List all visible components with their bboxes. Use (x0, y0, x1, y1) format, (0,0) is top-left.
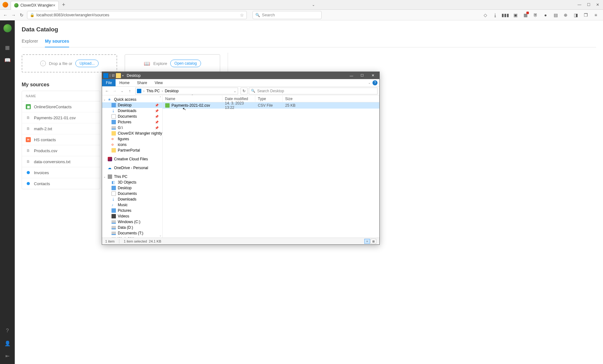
url-input[interactable]: 🔒 localhost:8083/clover/wrangler#/source… (27, 11, 247, 19)
ribbon-collapse-icon[interactable]: ⌄ (368, 81, 371, 84)
back-button[interactable]: ← (3, 12, 8, 18)
tree-work-w[interactable]: Work (W:) (102, 236, 162, 238)
nav-up-button[interactable]: ↑ (127, 88, 133, 94)
pocket-icon[interactable]: ◇ (482, 12, 488, 18)
refresh-button[interactable]: ↻ (241, 88, 247, 94)
cloverdx-logo[interactable] (3, 24, 12, 32)
ribbon-tab-view[interactable]: View (151, 79, 166, 86)
upload-dropzone[interactable]: ↑ Drop a file or Upload... (22, 54, 117, 72)
view-thumbnails-button[interactable]: ▦ (371, 239, 376, 244)
tree-g-drive[interactable]: G:\📌 (102, 125, 162, 131)
tree-partner-portal[interactable]: PartnerPortal (102, 147, 162, 153)
tree-downloads[interactable]: ⭳Downloads📌 (102, 108, 162, 114)
tree-music[interactable]: ♪Music (102, 202, 162, 208)
source-row[interactable]: 🗎data-conversions.txt (22, 156, 100, 167)
source-row[interactable]: 🗎Payments-2021-01.csv (22, 112, 100, 123)
explorer-maximize-button[interactable]: ☐ (357, 72, 367, 79)
tree-videos[interactable]: Videos (102, 213, 162, 219)
view-details-button[interactable]: ≡ (364, 239, 370, 244)
reload-button[interactable]: ↻ (19, 12, 24, 18)
sidebar-icon[interactable]: ◨ (573, 12, 579, 18)
explorer-tree[interactable]: ⌃ ⌄★Quick access Desktop📌 ⭳Downloads📌 Do… (102, 95, 163, 238)
browser-tab[interactable]: CloverDX Wrangler × (11, 1, 59, 10)
extension2-icon[interactable]: ● (543, 12, 548, 18)
browser-search-input[interactable]: 🔍 Search (253, 11, 322, 19)
sidebar-logout-icon[interactable]: ⇤ (4, 353, 11, 359)
note-icon[interactable]: ▤ (553, 12, 558, 18)
tree-icons[interactable]: oicons (102, 142, 162, 147)
tabs-overflow-icon[interactable]: ⌄ (312, 3, 315, 7)
file-row[interactable]: Payments-2021-02.csv 14. 3. 2023 13:22 C… (163, 102, 379, 109)
close-tab-icon[interactable]: × (53, 3, 55, 8)
source-row[interactable]: Contacts (22, 178, 100, 189)
breadcrumb-root-chevron[interactable]: › (143, 89, 145, 93)
download-icon[interactable]: ⭳ (492, 12, 498, 18)
tree-this-pc[interactable]: ⌄This PC (102, 174, 162, 179)
menu-icon[interactable]: ≡ (593, 12, 599, 18)
source-row[interactable]: 🗎Products.csv (22, 145, 100, 156)
address-dropdown[interactable]: ⌄ (233, 89, 236, 93)
column-header-name[interactable]: Name⌃ (163, 95, 222, 102)
tree-cdx-nightly[interactable]: CloverDX Wrangler nightly (102, 131, 162, 136)
tree-desktop2[interactable]: Desktop (102, 185, 162, 191)
ribbon-tab-file[interactable]: File (102, 79, 116, 86)
tree-scroll-down[interactable]: ⌄ (159, 234, 162, 237)
address-bar[interactable]: › This PC › Desktop ⌄ (135, 88, 238, 94)
breadcrumb-desktop[interactable]: Desktop (164, 89, 180, 93)
extension-icon[interactable]: ▦ (523, 12, 528, 18)
tree-desktop[interactable]: Desktop📌 (102, 102, 162, 108)
sidebar-help-icon[interactable]: ? (4, 328, 11, 334)
source-row[interactable]: HHS contacts (22, 134, 100, 145)
column-header-size[interactable]: Size (283, 95, 379, 102)
ribbon-tab-share[interactable]: Share (133, 79, 151, 86)
forward-button[interactable]: → (11, 12, 16, 18)
explorer-app-icon[interactable] (103, 73, 108, 78)
container-icon[interactable]: ▣ (513, 12, 518, 18)
nav-history-dropdown[interactable]: ⌄ (119, 88, 125, 94)
breadcrumb-chevron[interactable]: › (161, 89, 164, 93)
extensions-icon[interactable]: ❐ (583, 12, 589, 18)
column-header-type[interactable]: Type (255, 95, 283, 102)
open-catalog-button[interactable]: Open catalog (170, 60, 201, 67)
tree-quick-access[interactable]: ⌄★Quick access (102, 97, 162, 102)
tree-data-d[interactable]: Data (D:) (102, 225, 162, 230)
ribbon-tab-home[interactable]: Home (116, 79, 133, 86)
tree-documents2[interactable]: Documents (102, 191, 162, 196)
tree-windows-c[interactable]: Windows (C:) (102, 219, 162, 225)
qat-dropdown[interactable]: ☑ (112, 74, 115, 77)
source-row[interactable]: 🗎math-2.txt (22, 123, 100, 134)
source-row[interactable]: ▦OnlineStoreContacts (22, 101, 100, 112)
tree-pictures2[interactable]: Pictures (102, 208, 162, 213)
source-row[interactable]: Invoices (22, 167, 100, 178)
sidebar-user-icon[interactable]: 👤 (4, 340, 11, 346)
explorer-minimize-button[interactable]: — (346, 72, 357, 79)
breadcrumb-this-pc[interactable]: This PC (145, 89, 161, 93)
tree-documents-t[interactable]: Documents (T:) (102, 230, 162, 236)
new-tab-button[interactable]: + (62, 2, 65, 8)
nav-forward-button[interactable]: → (111, 88, 118, 94)
library-icon[interactable]: ▮▮▮ (503, 12, 508, 18)
tree-downloads2[interactable]: ⭳Downloads (102, 196, 162, 202)
qat-folder-icon[interactable] (116, 73, 121, 78)
tree-creative-cloud[interactable]: Creative Cloud Files (102, 156, 162, 162)
shield-icon[interactable]: ⛨ (533, 12, 538, 18)
help-icon[interactable]: ? (372, 80, 378, 85)
column-header-name[interactable]: NAME (22, 91, 100, 101)
maximize-button[interactable]: ☐ (587, 3, 590, 7)
close-button[interactable]: ✕ (596, 3, 599, 7)
tab-my-sources[interactable]: My sources (45, 39, 69, 47)
sidebar-item-catalog[interactable]: 📖 (4, 57, 11, 63)
tree-pictures[interactable]: Pictures📌 (102, 119, 162, 125)
sidebar-item-workspace[interactable]: ▦ (4, 44, 11, 51)
tree-3d-objects[interactable]: ◧3D Objects (102, 179, 162, 185)
bookmark-star-icon[interactable]: ☆ (240, 13, 244, 18)
explorer-titlebar[interactable]: | ☑ ▾ Desktop — ☐ ✕ (102, 72, 379, 79)
column-header-date[interactable]: Date modified (222, 95, 255, 102)
tab-explorer[interactable]: Explorer (22, 39, 38, 47)
translate-icon[interactable]: ⊕ (563, 12, 568, 18)
tree-onedrive[interactable]: ☁OneDrive - Personal (102, 165, 162, 171)
explorer-search-input[interactable]: 🔍 Search Desktop (249, 88, 378, 94)
upload-button[interactable]: Upload... (75, 60, 99, 67)
tree-documents[interactable]: Documents📌 (102, 114, 162, 119)
tree-figures[interactable]: ofigures (102, 136, 162, 142)
